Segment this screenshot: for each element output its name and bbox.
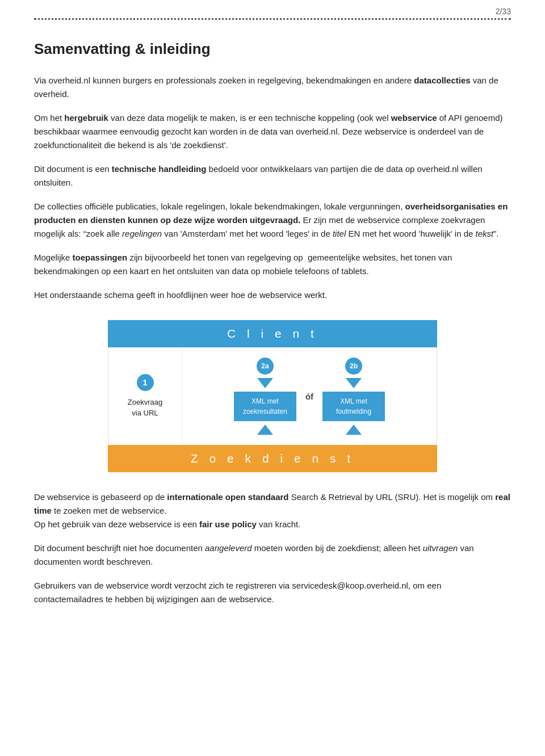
step2b-badge: 2b [345,358,362,375]
paragraph-2: Om het hergebruik van deze data mogelijk… [34,111,511,152]
client-bar: C l i e n t [108,320,437,347]
arrow-2b-up [346,425,362,435]
paragraph-7: De webservice is gebaseerd op de interna… [34,490,511,531]
arrow-2b-section: 2b XML met foutmelding [322,358,385,435]
arrow-2b-down [346,378,362,388]
page: 2/33 Samenvatting & inleiding Via overhe… [0,0,545,756]
client-label: C l i e n t [227,327,318,340]
zoekdienst-bar: Z o e k d i e n s t [108,445,437,472]
arrow-2a-up [257,425,273,435]
paragraph-8: Dit document beschrijft niet hoe documen… [34,541,511,569]
paragraph-9: Gebruikers van de webservice wordt verzo… [34,579,511,606]
step1-box: 1 Zoekvraag via URL [108,347,182,445]
paragraph-3: Dit document is een technische handleidi… [34,162,511,190]
step2b-label: XML met foutmelding [322,392,385,421]
page-number: 2/33 [496,7,511,16]
of-label: óf [302,392,317,401]
diagram-arrows-area: 2a XML met zoekresultaten óf [182,347,437,445]
step2a-label: XML met zoekresultaten [234,392,296,421]
section-divider [34,18,511,20]
paragraph-4: De collecties officiële publicaties, lok… [34,200,511,241]
arrow-2a-section: 2a XML met zoekresultaten [234,358,296,435]
paragraph-5: Mogelijke toepassingen zijn bijvoorbeeld… [34,251,511,278]
page-header: 2/33 [34,0,511,18]
step1-badge: 1 [137,374,154,391]
diagram-middle: 1 Zoekvraag via URL 2a [108,347,437,445]
paragraph-1: Via overheid.nl kunnen burgers en profes… [34,74,511,101]
zoekdienst-label: Z o e k d i e n s t [191,452,354,465]
step2a-badge: 2a [257,358,274,375]
webservice-diagram: C l i e n t 1 Zoekvraag via URL [34,320,511,472]
page-title: Samenvatting & inleiding [34,40,511,58]
arrow-2a-down [257,378,273,388]
paragraph-6: Het onderstaande schema geeft in hoofdli… [34,288,511,302]
step1-label: Zoekvraag via URL [128,397,162,419]
